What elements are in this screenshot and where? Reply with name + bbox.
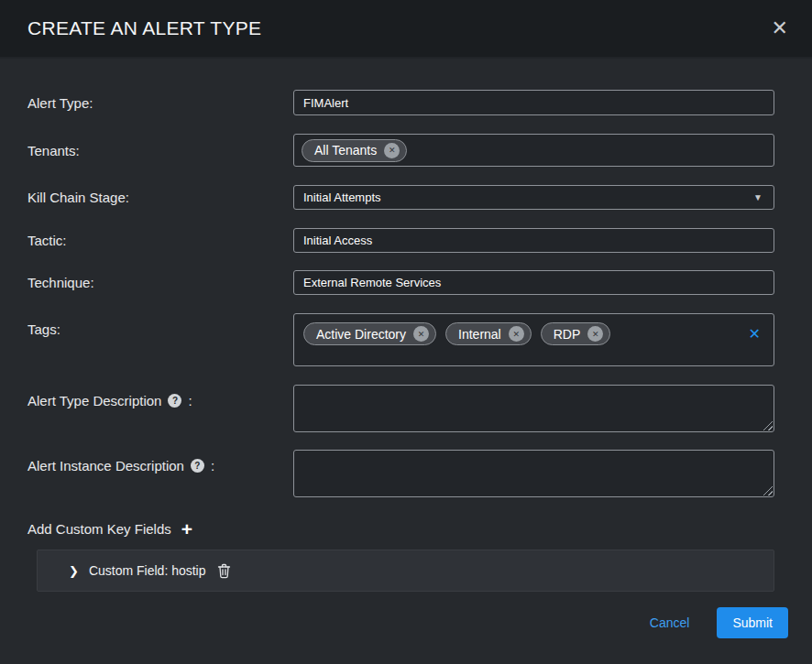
kill-chain-stage-label: Kill Chain Stage: <box>27 190 293 205</box>
tactic-input[interactable] <box>293 228 774 253</box>
modal-body: Alert Type: Tenants: All Tenants ✕ <box>0 59 812 592</box>
create-alert-type-modal: CREATE AN ALERT TYPE ✕ Alert Type: Tenan… <box>0 0 812 664</box>
plus-icon[interactable]: + <box>181 522 192 537</box>
add-custom-key-fields: Add Custom Key Fields + <box>27 521 774 537</box>
tenant-chip: All Tenants ✕ <box>302 139 407 162</box>
tenants-label: Tenants: <box>27 143 293 158</box>
modal-header: CREATE AN ALERT TYPE ✕ <box>0 0 812 59</box>
tenants-field[interactable]: All Tenants ✕ <box>293 134 774 167</box>
label-colon: : <box>211 458 214 474</box>
tags-row: Tags: Active Directory ✕ Internal ✕ <box>27 313 774 366</box>
tactic-label-text: Tactic: <box>27 233 67 248</box>
help-icon[interactable]: ? <box>168 394 181 408</box>
alert-type-label: Alert Type: <box>27 95 293 111</box>
modal-title: CREATE AN ALERT TYPE <box>27 17 261 39</box>
technique-input[interactable] <box>293 270 774 295</box>
tenants-row: Tenants: All Tenants ✕ <box>27 134 774 167</box>
trash-icon[interactable] <box>217 563 231 579</box>
custom-field-row[interactable]: ❯ Custom Field: hostip <box>37 550 774 592</box>
alert-type-description-input[interactable] <box>293 385 774 432</box>
technique-label: Technique: <box>27 275 293 290</box>
submit-button[interactable]: Submit <box>717 607 788 638</box>
alert-instance-description-input[interactable] <box>293 450 774 497</box>
help-icon[interactable]: ? <box>191 459 204 473</box>
technique-row: Technique: <box>27 270 774 295</box>
chip-remove-icon[interactable]: ✕ <box>509 326 524 342</box>
chip-remove-icon[interactable]: ✕ <box>384 143 400 158</box>
alert-type-label-text: Alert Type: <box>27 95 93 111</box>
chip-remove-icon[interactable]: ✕ <box>413 326 429 342</box>
tag-chip-label: Active Directory <box>316 327 406 342</box>
chevron-down-icon: ▼ <box>753 192 763 202</box>
tactic-row: Tactic: <box>27 228 774 253</box>
label-colon: : <box>188 393 192 408</box>
cancel-button[interactable]: Cancel <box>650 615 690 630</box>
kill-chain-stage-select[interactable]: Initial Attempts ▼ <box>293 185 774 210</box>
tag-chip: RDP ✕ <box>541 322 611 345</box>
alert-type-input[interactable] <box>293 90 774 115</box>
tags-label-text: Tags: <box>27 321 60 337</box>
alert-type-description-row: Alert Type Description ? : <box>27 385 774 432</box>
tags-field[interactable]: Active Directory ✕ Internal ✕ RDP ✕ ✕ <box>293 313 774 366</box>
kill-chain-stage-row: Kill Chain Stage: Initial Attempts ▼ <box>27 185 774 210</box>
alert-instance-description-label: Alert Instance Description ? : <box>27 450 293 474</box>
tag-chip-label: Internal <box>458 327 501 342</box>
tenant-chip-label: All Tenants <box>314 143 377 158</box>
chevron-right-icon[interactable]: ❯ <box>69 564 79 578</box>
tactic-label: Tactic: <box>27 233 293 248</box>
tag-chip: Active Directory ✕ <box>303 322 436 345</box>
chip-remove-icon[interactable]: ✕ <box>587 326 603 342</box>
custom-field-label: Custom Field: hostip <box>89 563 206 578</box>
alert-instance-description-label-text: Alert Instance Description <box>27 458 184 474</box>
add-custom-key-fields-label: Add Custom Key Fields <box>27 521 171 537</box>
tenants-label-text: Tenants: <box>27 143 80 158</box>
close-icon[interactable]: ✕ <box>772 18 788 38</box>
alert-instance-description-row: Alert Instance Description ? : <box>27 450 774 497</box>
alert-type-description-label-text: Alert Type Description <box>27 393 161 408</box>
tag-chip-label: RDP <box>554 327 581 342</box>
alert-type-description-label: Alert Type Description ? : <box>27 385 293 408</box>
tag-chip: Internal ✕ <box>445 322 532 345</box>
modal-footer: Cancel Submit <box>0 607 812 664</box>
kill-chain-stage-selected-value: Initial Attempts <box>303 190 381 204</box>
kill-chain-stage-label-text: Kill Chain Stage: <box>27 190 129 205</box>
technique-label-text: Technique: <box>27 275 94 290</box>
clear-tags-icon[interactable]: ✕ <box>749 325 761 343</box>
tags-label: Tags: <box>27 313 293 337</box>
alert-type-row: Alert Type: <box>27 90 774 115</box>
